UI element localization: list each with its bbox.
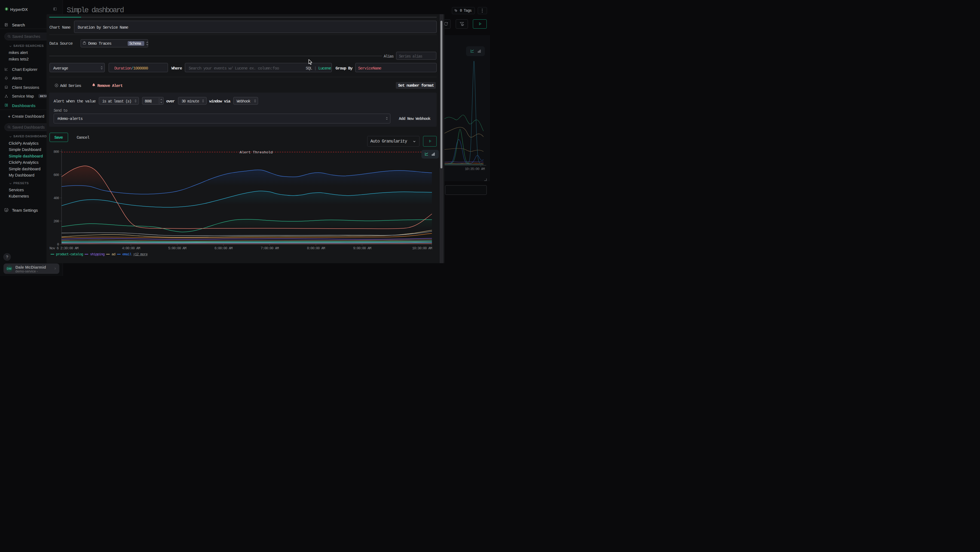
svg-text:200: 200 — [53, 219, 59, 223]
svg-text:800: 800 — [53, 150, 59, 154]
svg-text:8:00:00 AM: 8:00:00 AM — [307, 246, 325, 250]
svg-text:9:00:00 AM: 9:00:00 AM — [353, 246, 371, 250]
svg-text:6:00:00 AM: 6:00:00 AM — [214, 246, 232, 250]
svg-text:Nov 6 2:30:00 AM: Nov 6 2:30:00 AM — [49, 246, 78, 250]
svg-text:7:00:00 AM: 7:00:00 AM — [261, 246, 278, 250]
svg-text:10:30:00 AM: 10:30:00 AM — [412, 246, 432, 250]
svg-text:Alert Threshold: Alert Threshold — [240, 150, 273, 154]
svg-text:400: 400 — [53, 196, 59, 200]
svg-text:4:00:00 AM: 4:00:00 AM — [122, 246, 140, 250]
svg-text:600: 600 — [53, 173, 59, 177]
svg-text:5:00:00 AM: 5:00:00 AM — [168, 246, 186, 250]
